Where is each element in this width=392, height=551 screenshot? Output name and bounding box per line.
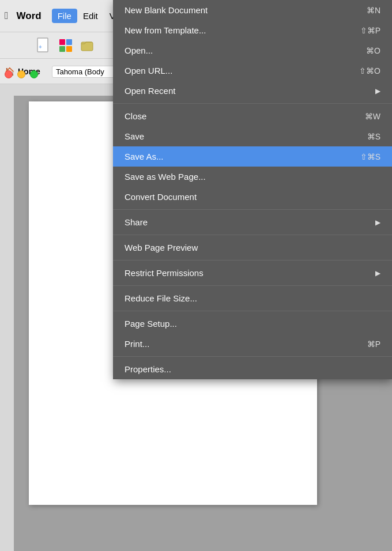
menu-separator	[113, 260, 392, 261]
submenu-arrow-icon: ▶	[375, 218, 380, 227]
menu-item-save[interactable]: Save⌘S	[113, 126, 392, 146]
menu-item-label: Share	[125, 217, 148, 227]
menu-item-shortcut: ⌘N	[367, 6, 380, 15]
menu-item-reduce-file-size---[interactable]: Reduce File Size...	[113, 288, 392, 308]
ruler-vertical	[0, 84, 14, 551]
menu-item-share[interactable]: Share▶	[113, 212, 392, 232]
menu-item-label: Open...	[125, 46, 153, 55]
menu-item-label: New Blank Document	[125, 5, 208, 15]
open-icon[interactable]	[78, 36, 97, 55]
menu-item-convert-document[interactable]: Convert Document	[113, 187, 392, 207]
menu-item-print---[interactable]: Print...⌘P	[113, 334, 392, 354]
font-selector[interactable]	[52, 66, 121, 78]
menu-item-restrict-permissions[interactable]: Restrict Permissions▶	[113, 263, 392, 283]
menu-item-label: Save as Web Page...	[125, 172, 206, 182]
menu-item-shortcut: ⇧⌘S	[360, 152, 380, 161]
menu-file[interactable]: File	[52, 9, 77, 23]
submenu-arrow-icon: ▶	[375, 87, 380, 95]
menu-item-shortcut: ⌘O	[366, 46, 380, 55]
menu-item-label: Convert Document	[125, 192, 197, 202]
menu-separator	[113, 356, 392, 357]
menu-item-open---[interactable]: Open...⌘O	[113, 40, 392, 61]
apple-logo-icon[interactable]: 	[5, 10, 9, 22]
menu-item-save-as-web-page---[interactable]: Save as Web Page...	[113, 167, 392, 187]
submenu-arrow-icon: ▶	[375, 269, 380, 277]
menu-item-properties---[interactable]: Properties...	[113, 359, 392, 379]
menu-item-label: Reduce File Size...	[125, 293, 197, 303]
menu-item-label: Save	[125, 131, 144, 141]
menu-item-shortcut: ⌘P	[367, 339, 380, 349]
menu-item-new-blank-document[interactable]: New Blank Document⌘N	[113, 0, 392, 20]
menu-item-label: Open URL...	[125, 66, 172, 76]
file-dropdown-menu: New Blank Document⌘NNew from Template...…	[113, 0, 392, 379]
svg-rect-6	[81, 42, 93, 51]
menu-item-label: Properties...	[125, 364, 171, 374]
svg-rect-2	[59, 39, 65, 45]
svg-rect-3	[66, 39, 72, 45]
menu-item-label: Restrict Permissions	[125, 268, 203, 278]
menu-item-page-setup---[interactable]: Page Setup...	[113, 314, 392, 334]
menu-separator	[113, 285, 392, 286]
menu-item-label: Close	[125, 111, 146, 121]
minimize-button[interactable]	[17, 70, 25, 78]
menu-item-new-from-template---[interactable]: New from Template...⇧⌘P	[113, 20, 392, 40]
traffic-lights	[5, 65, 38, 84]
menu-item-shortcut: ⌘S	[367, 132, 380, 141]
new-document-icon[interactable]: +	[35, 36, 53, 55]
maximize-button[interactable]	[30, 70, 38, 78]
menu-separator	[113, 235, 392, 235]
svg-text:+: +	[39, 44, 42, 50]
menu-item-label: Page Setup...	[125, 319, 177, 329]
menu-item-save-as---[interactable]: Save As...⇧⌘S	[113, 146, 392, 167]
menu-item-label: Open Recent	[125, 86, 175, 96]
menu-item-label: Web Page Preview	[125, 243, 198, 252]
menu-item-open-url---[interactable]: Open URL...⇧⌘O	[113, 61, 392, 81]
menu-separator	[113, 311, 392, 311]
menu-item-web-page-preview[interactable]: Web Page Preview	[113, 237, 392, 258]
menu-item-shortcut: ⇧⌘O	[359, 66, 380, 76]
templates-icon[interactable]	[56, 36, 75, 55]
menu-separator	[113, 103, 392, 104]
menu-item-label: New from Template...	[125, 25, 206, 35]
app-name: Word	[17, 10, 42, 22]
svg-rect-5	[66, 46, 72, 52]
menu-edit[interactable]: Edit	[77, 9, 104, 23]
menu-item-shortcut: ⇧⌘P	[360, 26, 380, 35]
menu-item-open-recent[interactable]: Open Recent▶	[113, 81, 392, 101]
menu-item-label: Save As...	[125, 152, 164, 161]
svg-rect-4	[59, 46, 65, 52]
menu-separator	[113, 209, 392, 210]
close-button[interactable]	[5, 70, 13, 78]
menu-item-label: Print...	[125, 339, 149, 349]
menu-item-shortcut: ⌘W	[365, 112, 380, 121]
menu-item-close[interactable]: Close⌘W	[113, 106, 392, 126]
